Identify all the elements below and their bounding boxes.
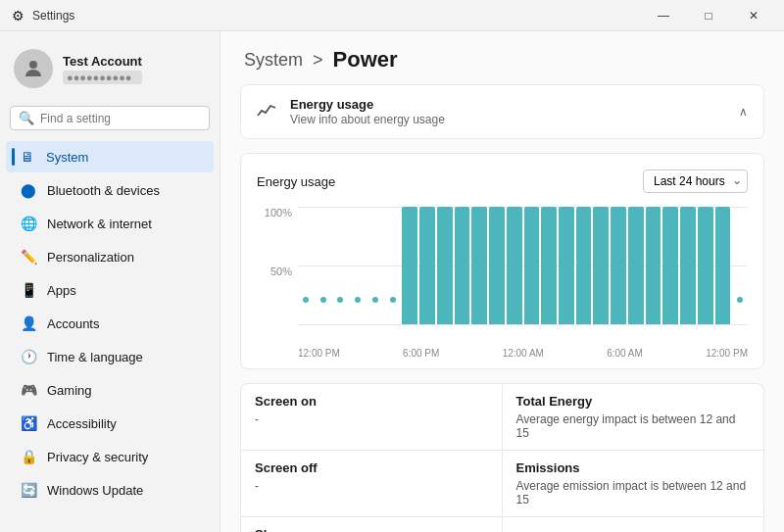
sidebar-item-apps[interactable]: 📱 Apps (6, 274, 214, 306)
chart-bar (680, 207, 696, 324)
chart-label: Energy usage (257, 174, 335, 189)
sidebar-item-label: Personalization (47, 250, 134, 265)
chart-bar (559, 207, 574, 324)
bar-col (402, 207, 417, 324)
bar-col (385, 207, 401, 324)
sidebar-item-personalization[interactable]: ✏️ Personalization (6, 241, 214, 272)
x-label-5: 12:00 PM (706, 348, 748, 359)
stat-label-emissions: Emissions (516, 460, 751, 475)
sidebar-item-label: System (46, 150, 88, 165)
bars-area (298, 207, 748, 344)
chart-bar (628, 207, 644, 324)
energy-card-subtitle: View info about energy usage (290, 113, 445, 126)
x-label-1: 12:00 PM (298, 348, 340, 359)
bar-col (332, 207, 348, 324)
breadcrumb: System > Power (220, 31, 784, 84)
bar-col (698, 207, 713, 324)
search-input[interactable] (40, 112, 201, 125)
chart-dot (737, 297, 743, 303)
chart-bar (715, 207, 731, 324)
chart-dot (372, 297, 378, 303)
avatar (14, 49, 53, 88)
sidebar-item-privacy[interactable]: 🔒 Privacy & security (6, 441, 214, 472)
bar-col (715, 207, 731, 324)
sidebar-item-label: Bluetooth & devices (47, 183, 160, 198)
sidebar-item-gaming[interactable]: 🎮 Gaming (6, 374, 214, 406)
chart-dot (355, 297, 361, 303)
bar-col (507, 207, 522, 324)
chart-bar (541, 207, 557, 324)
bar-col (419, 207, 435, 324)
stat-sleep: Sleep - (240, 517, 503, 532)
minimize-button[interactable]: — (641, 0, 686, 31)
sidebar-item-accessibility[interactable]: ♿ Accessibility (6, 408, 214, 439)
account-email: ●●●●●●●●●● (63, 71, 142, 84)
sidebar-item-label: Accounts (47, 316, 99, 331)
system-icon: 🖥 (19, 148, 36, 166)
close-button[interactable]: ✕ (731, 0, 776, 31)
apps-icon: 📱 (20, 281, 37, 299)
title-bar-left: ⚙ Settings (12, 8, 74, 24)
bar-col (662, 207, 678, 324)
bar-col (437, 207, 453, 324)
chart-dot (320, 297, 326, 303)
bar-col (524, 207, 540, 324)
chart-bar (471, 207, 487, 324)
energy-chart-icon (257, 101, 278, 123)
breadcrumb-parent[interactable]: System (244, 50, 303, 71)
y-label-100: 100% (257, 207, 292, 218)
chart-bar (646, 207, 662, 324)
stat-emissions: Emissions Average emission impact is bet… (503, 451, 765, 517)
bar-col (680, 207, 696, 324)
chart-bar (402, 207, 417, 324)
stat-screen-on: Screen on - (240, 383, 503, 451)
stat-value-emissions: Average emission impact is between 12 an… (516, 479, 751, 507)
sidebar-item-update[interactable]: 🔄 Windows Update (6, 474, 214, 506)
title-bar-title: Settings (32, 9, 74, 23)
bar-col (489, 207, 505, 324)
x-label-2: 6:00 PM (403, 348, 439, 359)
sidebar-item-label: Time & language (47, 350, 143, 364)
chart-section: Energy usage Last 24 hours Last 7 days L… (240, 153, 764, 369)
energy-card-title: Energy usage (290, 97, 445, 112)
dropdown-wrapper[interactable]: Last 24 hours Last 7 days Last 30 days (643, 169, 748, 193)
x-axis-labels: 12:00 PM 6:00 PM 12:00 AM 6:00 AM 12:00 … (257, 348, 748, 359)
time-range-dropdown[interactable]: Last 24 hours Last 7 days Last 30 days (643, 169, 748, 193)
bar-col (628, 207, 644, 324)
sidebar-item-bluetooth[interactable]: ⬤ Bluetooth & devices (6, 174, 214, 206)
sidebar-item-network[interactable]: 🌐 Network & internet (6, 208, 214, 239)
account-name: Test Account (63, 54, 142, 69)
time-icon: 🕐 (20, 348, 37, 365)
sidebar-item-label: Apps (47, 283, 76, 298)
bar-chart: 100% 50% (257, 207, 748, 344)
stat-label-screen-off: Screen off (255, 460, 488, 475)
bar-col (593, 207, 609, 324)
personalization-icon: ✏️ (20, 248, 37, 266)
sidebar-item-label: Windows Update (47, 483, 143, 498)
content-area: System > Power Energy usage View info ab… (220, 31, 784, 532)
y-axis-labels: 100% 50% (257, 207, 292, 344)
sidebar-item-accounts[interactable]: 👤 Accounts (6, 308, 214, 339)
sidebar-item-time[interactable]: 🕐 Time & language (6, 341, 214, 372)
sidebar: Test Account ●●●●●●●●●● 🔍 🖥 System ⬤ Blu… (0, 31, 220, 532)
title-bar: ⚙ Settings — □ ✕ (0, 0, 784, 31)
sidebar-item-system[interactable]: 🖥 System (6, 141, 214, 172)
accounts-icon: 👤 (20, 314, 37, 332)
stat-total-energy: Total Energy Average energy impact is be… (503, 383, 765, 451)
update-icon: 🔄 (20, 481, 37, 499)
maximize-button[interactable]: □ (686, 0, 731, 31)
chart-bar (507, 207, 522, 324)
chart-header: Energy usage Last 24 hours Last 7 days L… (257, 169, 748, 193)
title-bar-controls: — □ ✕ (641, 0, 776, 31)
stat-value-total-energy: Average energy impact is between 12 and … (516, 412, 751, 440)
bar-col (455, 207, 470, 324)
chart-dot (337, 297, 343, 303)
privacy-icon: 🔒 (20, 448, 37, 465)
energy-usage-card[interactable]: Energy usage View info about energy usag… (240, 84, 764, 139)
account-section[interactable]: Test Account ●●●●●●●●●● (0, 39, 220, 102)
chart-bar (611, 207, 626, 324)
accessibility-icon: ♿ (20, 414, 37, 432)
energy-card-left: Energy usage View info about energy usag… (257, 97, 445, 126)
svg-point-0 (29, 61, 37, 69)
search-box[interactable]: 🔍 (10, 106, 210, 130)
